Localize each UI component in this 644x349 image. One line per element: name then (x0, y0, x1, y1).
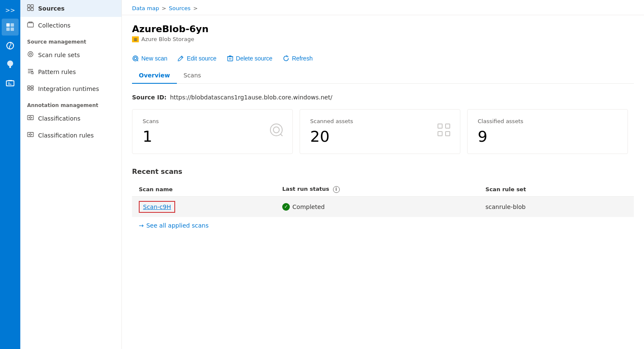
svg-rect-17 (31, 86, 33, 88)
classified-assets-card-value: 9 (478, 128, 617, 145)
scans-table: Scan name Last run status i Scan rule se… (132, 182, 634, 217)
icon-rail: >> (0, 0, 20, 349)
svg-rect-12 (28, 23, 33, 27)
sidebar-sources-label: Sources (38, 5, 65, 12)
breadcrumb-sources[interactable]: Sources (169, 5, 190, 11)
svg-rect-5 (9, 67, 11, 68)
sidebar-item-scan-rule-sets[interactable]: Scan rule sets (20, 47, 121, 63)
svg-point-27 (134, 57, 137, 60)
svg-rect-19 (31, 88, 33, 90)
management-icon[interactable] (2, 74, 19, 91)
collapse-button[interactable]: >> (2, 3, 18, 17)
new-scan-icon (132, 55, 139, 62)
delete-source-label: Delete source (236, 55, 272, 62)
svg-rect-0 (6, 23, 10, 27)
classified-assets-stat-card: Classified assets 9 (467, 109, 628, 154)
classifications-icon (27, 114, 34, 123)
integration-icon[interactable] (2, 37, 19, 54)
svg-point-30 (273, 127, 279, 133)
svg-rect-10 (28, 8, 30, 11)
tabs: Overview Scans (132, 68, 634, 84)
pattern-rules-icon (27, 68, 34, 76)
sidebar-item-classifications[interactable]: Classifications (20, 110, 121, 127)
delete-icon (227, 55, 234, 62)
annotation-management-header: Annotation management (20, 97, 121, 110)
sidebar-item-integration-runtimes[interactable]: Integration runtimes (20, 80, 121, 97)
insights-icon[interactable] (2, 56, 19, 73)
status-text: Completed (292, 203, 325, 210)
sources-icon (27, 4, 34, 13)
status-completed: ✓ Completed (282, 203, 472, 211)
svg-rect-11 (31, 8, 33, 11)
toolbar: New scan Edit source Delete source (132, 49, 634, 64)
svg-point-24 (29, 134, 30, 135)
refresh-label: Refresh (292, 55, 313, 62)
content-area: AzureBlob-6yn ▦ Azure Blob Storage New s… (122, 15, 644, 349)
integration-runtimes-label: Integration runtimes (38, 85, 99, 92)
scan-link[interactable]: Scan-c9H (139, 201, 175, 213)
breadcrumb-sep-1: > (162, 5, 166, 11)
subtitle-text: Azure Blob Storage (141, 36, 194, 42)
scans-card-label: Scans (143, 118, 282, 124)
refresh-button[interactable]: Refresh (283, 52, 313, 64)
tab-overview[interactable]: Overview (132, 68, 177, 84)
storage-icon: ▦ (132, 36, 139, 42)
pattern-rules-label: Pattern rules (38, 69, 76, 75)
sidebar-item-sources[interactable]: Sources (20, 0, 121, 17)
completed-check-icon: ✓ (282, 203, 290, 211)
svg-rect-32 (446, 124, 450, 128)
svg-rect-8 (28, 5, 30, 7)
new-scan-button[interactable]: New scan (132, 52, 167, 64)
sidebar-item-pattern-rules[interactable]: Pattern rules (20, 63, 121, 80)
scan-name-cell: Scan-c9H (132, 196, 275, 217)
new-scan-label: New scan (141, 55, 167, 62)
status-info-icon[interactable]: i (333, 186, 340, 193)
see-all-scans-link[interactable]: → See all applied scans (132, 217, 634, 234)
recent-scans-section: Recent scans Scan name Last run status i… (132, 168, 634, 234)
source-id-row: Source ID: https://blobdatascans1rg1ause… (132, 94, 634, 101)
svg-rect-33 (438, 132, 442, 136)
scanned-assets-card-value: 20 (310, 128, 450, 145)
edit-source-label: Edit source (187, 55, 216, 62)
svg-rect-3 (11, 27, 14, 31)
page-subtitle: ▦ Azure Blob Storage (132, 36, 634, 42)
scanned-assets-stat-card: Scanned assets 20 (300, 109, 460, 154)
breadcrumb-data-map[interactable]: Data map (132, 5, 159, 11)
scans-card-icon (269, 122, 284, 141)
tab-scans-label: Scans (184, 72, 201, 79)
stat-cards: Scans 1 Scanned assets 20 (132, 109, 634, 154)
tab-overview-label: Overview (139, 72, 170, 79)
svg-rect-28 (228, 57, 233, 61)
edit-icon (177, 55, 184, 62)
scan-rule-sets-icon (27, 51, 34, 59)
source-management-header: Source management (20, 34, 121, 47)
recent-scans-title: Recent scans (132, 168, 634, 176)
see-all-label: See all applied scans (146, 222, 209, 229)
breadcrumb: Data map > Sources > (122, 0, 644, 15)
sidebar-item-collections[interactable]: Collections (20, 17, 121, 34)
edit-source-button[interactable]: Edit source (177, 52, 216, 64)
delete-source-button[interactable]: Delete source (227, 52, 272, 64)
table-row: Scan-c9H ✓ Completed scanrule-blob (132, 196, 634, 217)
svg-point-21 (29, 117, 30, 118)
sidebar-collections-label: Collections (38, 22, 71, 29)
refresh-icon (283, 55, 289, 62)
data-catalog-icon[interactable] (2, 19, 19, 36)
status-cell: ✓ Completed (275, 196, 479, 217)
svg-rect-1 (11, 23, 14, 27)
scanned-assets-card-label: Scanned assets (310, 118, 450, 124)
svg-rect-16 (28, 86, 30, 88)
svg-rect-9 (31, 5, 33, 7)
svg-rect-7 (8, 80, 12, 81)
scan-rule-set-cell: scanrule-blob (479, 196, 634, 217)
classified-assets-card-label: Classified assets (478, 118, 617, 124)
breadcrumb-sep-2: > (193, 5, 198, 11)
svg-point-25 (31, 134, 33, 135)
integration-runtimes-icon (27, 85, 34, 93)
tab-scans[interactable]: Scans (177, 68, 208, 84)
classification-rules-icon (27, 131, 34, 140)
sidebar-item-classification-rules[interactable]: Classification rules (20, 127, 121, 144)
svg-rect-6 (6, 81, 14, 86)
svg-point-14 (30, 53, 32, 55)
source-id-value: https://blobdatascans1rg1ause.blob.core.… (170, 94, 333, 101)
